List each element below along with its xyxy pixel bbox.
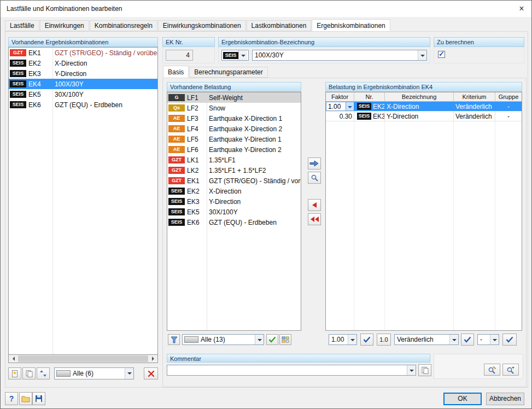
gruppe-cell[interactable]: -: [495, 112, 522, 121]
reset-faktor-button[interactable]: 1.0: [377, 334, 391, 346]
zu-berechnen-checkbox[interactable]: [438, 51, 445, 58]
load-item[interactable]: SEISEK3Y-Direction: [167, 196, 301, 207]
remove-all-button[interactable]: [308, 213, 321, 225]
zu-berechnen-section: [434, 47, 524, 63]
view-load-button[interactable]: [308, 172, 321, 184]
gruppe-cell[interactable]: -: [495, 102, 522, 111]
combination-table[interactable]: FaktorNr.BezeichnungKriteriumGruppe 1.00…: [325, 92, 522, 331]
nr-cell[interactable]: SEISEK3: [354, 112, 385, 121]
result-list-hscrollbar[interactable]: [8, 355, 158, 363]
table-rows: 1.00SEISEK2X-DirectionVeränderlich-0.30S…: [326, 102, 522, 121]
dropdown-arrow-icon[interactable]: [418, 50, 426, 60]
add-to-combination-button[interactable]: [308, 157, 321, 170]
load-item[interactable]: AELF4Earthquake X-Direction 2: [167, 124, 301, 134]
result-combination-item[interactable]: SEISEK3Y-Direction: [9, 68, 157, 79]
kriterium-dropdown[interactable]: Veränderlich: [394, 334, 459, 345]
combination-row[interactable]: 0.30SEISEK3Y-DirectionVeränderlich-: [326, 112, 522, 121]
save-button[interactable]: [32, 392, 45, 405]
bezeichnung-combobox[interactable]: 100X/30Y: [252, 50, 427, 61]
help-button[interactable]: ?: [5, 392, 18, 405]
check-values-button[interactable]: [484, 364, 500, 376]
bezeichnung-header: Ergebniskombination-Bezeichnung: [218, 37, 430, 47]
load-item[interactable]: SEISEK530X/100Y: [167, 207, 301, 217]
main-tab-4[interactable]: Einwirkungskombinationen: [158, 20, 246, 31]
bezeichnung-cell[interactable]: X-Direction: [385, 102, 454, 111]
new-icon: ★: [11, 370, 19, 378]
scroll-thumb[interactable]: [18, 355, 148, 362]
magnifier-icon: [311, 174, 319, 182]
combination-filter-dropdown[interactable]: Alle (6): [54, 367, 134, 379]
load-item[interactable]: GZTLK21.35*LF1 + 1.5*LF2: [167, 165, 301, 176]
delete-combination-button[interactable]: [144, 367, 158, 379]
check-icon: [363, 336, 371, 343]
bezeichnung-cell[interactable]: Y-Direction: [385, 112, 454, 121]
kriterium-cell[interactable]: Veränderlich: [454, 102, 495, 111]
load-item[interactable]: AELF5Earthquake Y-Direction 1: [167, 134, 301, 144]
filter-settings-button[interactable]: [279, 334, 291, 345]
dropdown-arrow-icon[interactable]: [255, 335, 264, 344]
dropdown-arrow-icon[interactable]: [407, 365, 416, 375]
tab-basis[interactable]: Basis: [163, 66, 189, 78]
item-label: 30X/100Y: [51, 91, 157, 98]
item-id: EK6: [28, 101, 51, 109]
green-check-icon: [268, 336, 276, 343]
load-item[interactable]: GZTEK1GZT (STR/GEO) - Ständig / vorü: [167, 176, 301, 186]
result-combination-item[interactable]: SEISEK530X/100Y: [9, 89, 157, 100]
type-dropdown[interactable]: SEIS: [221, 50, 249, 61]
result-combination-item[interactable]: GZTEK1GZT (STR/GEO) - Ständig / vorüberg…: [9, 48, 157, 58]
scroll-left-button[interactable]: [9, 355, 17, 363]
load-item[interactable]: GZTLK11.35*LF1: [167, 155, 301, 165]
nr-cell[interactable]: SEISEK2: [354, 102, 385, 111]
main-tab-5[interactable]: Lastkombinationen: [247, 20, 312, 31]
kommentar-combobox[interactable]: [167, 365, 416, 376]
result-combination-item[interactable]: SEISEK6GZT (EQU) - Erdbeben: [9, 100, 157, 110]
result-combinations-list[interactable]: GZTEK1GZT (STR/GEO) - Ständig / vorüberg…: [8, 47, 158, 355]
renumber-button[interactable]: [37, 367, 50, 379]
close-button[interactable]: ×: [512, 1, 531, 17]
kommentar-copy-button[interactable]: [418, 364, 431, 376]
item-label: X-Direction: [206, 188, 301, 195]
load-item[interactable]: SEISEK2X-Direction: [167, 186, 301, 196]
filter-button[interactable]: [168, 334, 180, 345]
load-item[interactable]: SEISEK6GZT (EQU) - Erdbeben: [167, 217, 301, 227]
load-item[interactable]: AELF3Earthquake X-Direction 1: [167, 113, 301, 124]
scroll-right-button[interactable]: [149, 355, 157, 363]
dropdown-arrow-icon[interactable]: [238, 50, 247, 60]
remove-from-combination-button[interactable]: [308, 199, 321, 211]
dropdown-arrow-icon[interactable]: [348, 335, 356, 344]
apply-gruppe-button[interactable]: [502, 334, 517, 346]
main-tab-1[interactable]: Lastfälle: [5, 20, 39, 31]
apply-filter-button[interactable]: [266, 334, 278, 345]
main-tab-6[interactable]: Ergebniskombinationen: [312, 19, 390, 31]
ok-button[interactable]: OK: [443, 393, 482, 405]
main-tab-3[interactable]: Kombinationsregeln: [90, 20, 157, 31]
dropdown-arrow-icon[interactable]: [490, 335, 499, 344]
faktor-dropdown[interactable]: 1.00: [329, 334, 357, 345]
combination-row[interactable]: 1.00SEISEK2X-DirectionVeränderlich-: [326, 102, 522, 112]
dropdown-arrow-icon[interactable]: [449, 335, 458, 344]
load-item[interactable]: AELF6Earthquake Y-Direction 2: [167, 144, 301, 155]
gruppe-dropdown[interactable]: -: [477, 334, 499, 345]
apply-faktor-button[interactable]: [360, 334, 373, 346]
copy-combination-button[interactable]: [22, 367, 36, 379]
open-button[interactable]: [19, 392, 32, 405]
belastung-list[interactable]: GLF1Self-WeightQsLF2SnowAELF3Earthquake …: [167, 92, 301, 331]
cancel-button[interactable]: Abbrechen: [486, 393, 524, 405]
ek-nr-title: EK Nr.: [166, 39, 183, 45]
faktor-dropdown-button[interactable]: [346, 102, 354, 110]
tab-berechnungsparameter[interactable]: Berechnungsparameter: [189, 67, 267, 78]
copy-icon: [25, 370, 33, 378]
apply-kriterium-button[interactable]: [461, 334, 474, 346]
result-combination-item[interactable]: SEISEK2X-Direction: [9, 58, 157, 68]
dropdown-arrow-icon[interactable]: [125, 368, 133, 379]
new-combination-button[interactable]: ★: [8, 367, 21, 379]
result-combination-item[interactable]: SEISEK4100X/30Y: [9, 79, 157, 89]
display-settings-button[interactable]: [502, 364, 519, 376]
faktor-cell[interactable]: 1.00: [326, 102, 354, 111]
faktor-cell[interactable]: 0.30: [326, 112, 354, 121]
kriterium-cell[interactable]: Veränderlich: [454, 112, 495, 121]
main-tab-2[interactable]: Einwirkungen: [40, 20, 89, 31]
load-item[interactable]: GLF1Self-Weight: [167, 92, 301, 103]
load-filter-dropdown[interactable]: Alle (13): [182, 334, 264, 345]
load-item[interactable]: QsLF2Snow: [167, 103, 301, 113]
